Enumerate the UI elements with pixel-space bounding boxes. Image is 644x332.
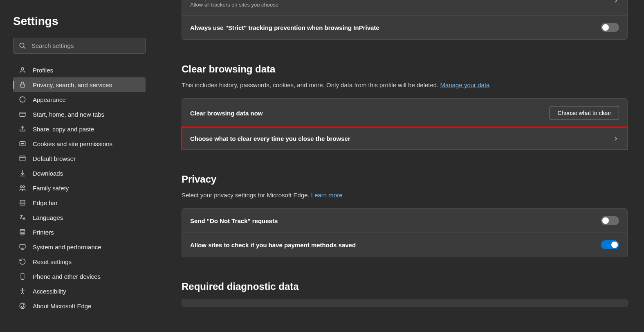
svg-line-1 — [23, 47, 25, 49]
sidebar-item-start-home-and-new-tabs[interactable]: Start, home, and new tabs — [13, 107, 146, 122]
sidebar-item-label: Default browser — [33, 155, 76, 162]
search-input[interactable] — [13, 38, 146, 54]
sidebar-item-label: Cookies and site permissions — [33, 140, 112, 147]
cookies-icon — [19, 140, 26, 147]
sidebar-item-label: Profiles — [33, 67, 53, 74]
svg-point-8 — [21, 143, 22, 144]
sidebar-item-label: Family safety — [33, 185, 69, 192]
clear-on-close-row[interactable]: Choose what to clear every time you clos… — [182, 127, 627, 149]
sidebar-item-phone-and-other-devices[interactable]: Phone and other devices — [13, 269, 146, 284]
strict-tracking-toggle[interactable] — [601, 23, 619, 32]
sidebar-item-label: Languages — [33, 214, 63, 221]
svg-point-9 — [22, 143, 23, 144]
exceptions-title: Exceptions — [190, 0, 278, 1]
sidebar-item-cookies-and-site-permissions[interactable]: Cookies and site permissions — [13, 136, 146, 151]
sidebar-item-system-and-performance[interactable]: System and performance — [13, 239, 146, 254]
svg-point-14 — [20, 186, 22, 188]
svg-rect-7 — [20, 142, 25, 146]
profile-icon — [19, 66, 26, 74]
payment-toggle[interactable] — [601, 240, 619, 249]
privacy-desc-text: Select your privacy settings for Microso… — [182, 192, 311, 199]
choose-what-to-clear-button[interactable]: Choose what to clear — [550, 106, 619, 120]
privacy-title: Privacy — [182, 174, 628, 185]
sidebar-item-label: Privacy, search, and services — [33, 81, 112, 88]
clear-on-close-label: Choose what to clear every time you clos… — [190, 135, 350, 142]
sidebar-item-languages[interactable]: Languages — [13, 210, 146, 225]
privacy-card: Send "Do Not Track" requests Allow sites… — [182, 208, 628, 257]
search-container — [13, 38, 146, 54]
sidebar-item-edge-bar[interactable]: Edge bar — [13, 195, 146, 210]
sidebar-item-accessibility[interactable]: Accessibility — [13, 284, 146, 298]
language-icon — [19, 214, 26, 221]
svg-rect-11 — [20, 156, 25, 161]
search-icon — [19, 42, 26, 50]
family-icon — [19, 184, 26, 192]
chevron-right-icon — [613, 0, 619, 4]
clear-data-card: Clear browsing data now Choose what to c… — [182, 98, 628, 150]
manage-data-link[interactable]: Manage your data — [440, 81, 490, 88]
sidebar-item-family-safety[interactable]: Family safety — [13, 181, 146, 195]
sidebar-item-label: Accessibility — [33, 288, 66, 295]
sidebar-item-profiles[interactable]: Profiles — [13, 63, 146, 77]
sidebar-item-about-microsoft-edge[interactable]: About Microsoft Edge — [13, 298, 146, 313]
accessibility-icon — [19, 287, 26, 295]
sidebar-item-label: Share, copy and paste — [33, 126, 94, 133]
sidebar-item-label: Phone and other devices — [33, 273, 101, 280]
sidebar-item-share-copy-and-paste[interactable]: Share, copy and paste — [13, 122, 146, 136]
exceptions-subtitle: Allow all trackers on sites you choose — [190, 2, 278, 8]
sidebar-item-privacy-search-and-services[interactable]: Privacy, search, and services — [13, 77, 146, 92]
diagnostic-card — [182, 299, 628, 307]
dnt-toggle[interactable] — [601, 216, 619, 225]
svg-rect-3 — [20, 84, 25, 88]
appearance-icon — [19, 96, 26, 103]
svg-rect-16 — [20, 200, 25, 205]
sidebar-item-label: System and performance — [33, 244, 101, 251]
dnt-row: Send "Do Not Track" requests — [182, 209, 627, 233]
sidebar-item-label: Appearance — [33, 96, 66, 103]
lock-icon — [19, 81, 26, 88]
svg-point-10 — [23, 143, 24, 144]
settings-content: Exceptions Allow all trackers on sites y… — [159, 0, 644, 332]
svg-rect-5 — [20, 112, 25, 117]
sidebar-item-label: Downloads — [33, 170, 63, 177]
page-title: Settings — [13, 15, 146, 28]
clear-now-row: Clear browsing data now Choose what to c… — [182, 99, 627, 127]
svg-rect-25 — [21, 273, 24, 280]
clear-now-label: Clear browsing data now — [190, 110, 263, 117]
sidebar-item-appearance[interactable]: Appearance — [13, 92, 146, 107]
about-icon — [19, 302, 26, 309]
tabs-icon — [19, 111, 26, 118]
clear-data-desc-text: This includes history, passwords, cookie… — [182, 81, 440, 88]
svg-point-0 — [20, 43, 24, 47]
sidebar-item-label: About Microsoft Edge — [33, 303, 91, 309]
sidebar-item-reset-settings[interactable]: Reset settings — [13, 254, 146, 269]
sidebar-item-printers[interactable]: Printers — [13, 225, 146, 239]
sidebar-item-downloads[interactable]: Downloads — [13, 166, 146, 181]
strict-tracking-label: Always use "Strict" tracking prevention … — [190, 24, 379, 31]
sidebar-item-label: Printers — [33, 229, 54, 236]
svg-point-15 — [23, 186, 25, 188]
sidebar-item-label: Edge bar — [33, 199, 58, 206]
sidebar-item-label: Start, home, and new tabs — [33, 111, 104, 118]
edgebar-icon — [19, 199, 26, 206]
dnt-label: Send "Do Not Track" requests — [190, 217, 278, 224]
download-icon — [19, 169, 26, 177]
svg-point-2 — [21, 68, 24, 70]
svg-rect-22 — [20, 244, 25, 248]
printer-icon — [19, 228, 26, 236]
sidebar-item-label: Reset settings — [33, 258, 72, 265]
clear-data-title: Clear browsing data — [182, 63, 628, 75]
strict-tracking-row: Always use "Strict" tracking prevention … — [182, 15, 627, 39]
phone-icon — [19, 273, 26, 280]
share-icon — [19, 125, 26, 133]
diagnostic-title: Required diagnostic data — [182, 281, 628, 292]
clear-data-desc: This includes history, passwords, cookie… — [182, 81, 628, 88]
exceptions-row[interactable]: Exceptions Allow all trackers on sites y… — [182, 0, 627, 15]
svg-rect-21 — [21, 233, 24, 235]
privacy-learn-more-link[interactable]: Learn more — [311, 192, 343, 199]
browser-icon — [19, 155, 26, 162]
chevron-right-icon — [613, 136, 619, 142]
payment-row: Allow sites to check if you have payment… — [182, 233, 627, 257]
sidebar-item-default-browser[interactable]: Default browser — [13, 151, 146, 166]
sidebar-nav: ProfilesPrivacy, search, and servicesApp… — [13, 63, 146, 313]
